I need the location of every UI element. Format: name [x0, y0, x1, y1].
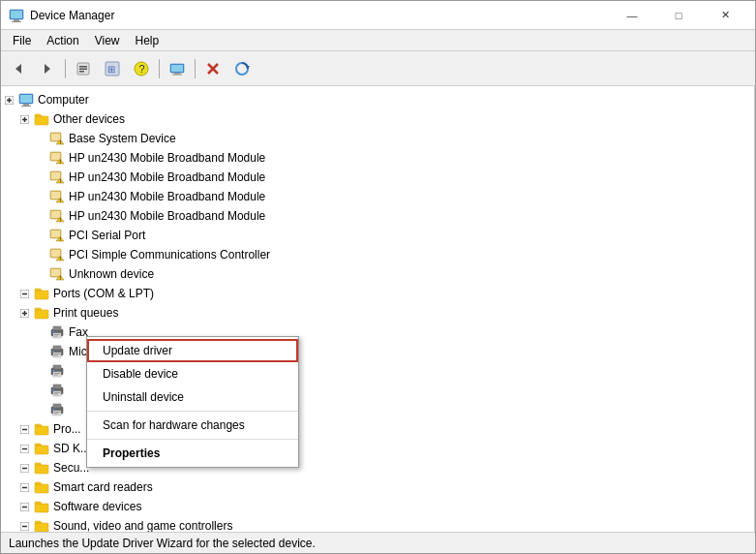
svg-rect-26: [20, 95, 32, 103]
tree-expand-software-devices[interactable]: [16, 499, 32, 514]
tree-item-pci-serial[interactable]: ! PCI Serial Port: [1, 226, 754, 245]
tree-expand-hp2: [32, 169, 47, 185]
tree-expand-printer2: [32, 383, 47, 398]
tree-label-ports: Ports (COM & LPT): [51, 287, 154, 300]
svg-rect-17: [172, 74, 182, 75]
tree-expand-print-queues[interactable]: [16, 305, 32, 321]
tree-expand-smart-card[interactable]: [16, 479, 32, 495]
tree-icon-sec: [34, 460, 49, 476]
tree-expand-sec[interactable]: [16, 460, 32, 476]
tree-icon-hp3: !: [49, 189, 65, 204]
tree-icon-base-system: !: [49, 131, 65, 146]
tree-label-computer: Computer: [36, 93, 89, 107]
tree-item-unknown[interactable]: ! Unknown device: [1, 264, 754, 284]
svg-rect-107: [35, 446, 48, 454]
tree-label-other-devices: Other devices: [51, 112, 125, 126]
menu-file[interactable]: File: [5, 32, 39, 49]
tree-icon-printer3: [49, 402, 65, 417]
ctx-disable-device[interactable]: Disable device: [87, 362, 298, 385]
tree-expand-pro[interactable]: [16, 421, 32, 437]
svg-rect-81: [54, 354, 60, 354]
menu-view[interactable]: View: [87, 32, 128, 49]
tree-expand-sd[interactable]: [16, 441, 32, 456]
tree-item-hp1[interactable]: ! HP un2430 Mobile Broadband Module: [1, 148, 754, 168]
tree-item-hp2[interactable]: ! HP un2430 Mobile Broadband Module: [1, 168, 754, 187]
svg-rect-3: [12, 21, 21, 22]
tree-item-other-devices[interactable]: Other devices: [1, 109, 754, 129]
ctx-update-driver[interactable]: Update driver: [87, 339, 298, 362]
toolbar-sep-1: [65, 59, 66, 78]
toolbar-help[interactable]: ?: [128, 55, 155, 82]
maximize-button[interactable]: □: [656, 1, 701, 30]
ctx-sep-2: [87, 439, 298, 440]
tree-item-pci-simple[interactable]: ! PCI Simple Communications Controller: [1, 245, 754, 264]
tree-label-unknown: Unknown device: [67, 267, 154, 281]
toolbar-properties[interactable]: [70, 55, 97, 82]
context-menu: Update driver Disable device Uninstall d…: [86, 336, 299, 468]
toolbar-forward[interactable]: [34, 55, 61, 82]
tree-item-sound[interactable]: Sound, video and game controllers: [1, 516, 754, 532]
ctx-uninstall-device[interactable]: Uninstall device: [87, 385, 298, 409]
tree-item-smart-card[interactable]: Smart card readers: [1, 477, 754, 497]
svg-rect-79: [53, 346, 61, 350]
ctx-sep-1: [87, 411, 298, 412]
tree-icon-unknown: !: [49, 266, 65, 282]
svg-rect-71: [35, 310, 48, 319]
tree-expand-computer[interactable]: [1, 92, 16, 108]
ctx-scan-hardware[interactable]: Scan for hardware changes: [87, 414, 298, 437]
tree-item-hp4[interactable]: ! HP un2430 Mobile Broadband Module: [1, 206, 754, 226]
svg-rect-27: [23, 104, 29, 106]
menu-help[interactable]: Help: [128, 32, 167, 49]
minimize-button[interactable]: —: [610, 1, 654, 30]
ctx-properties[interactable]: Properties: [87, 442, 298, 465]
toolbar-scan[interactable]: [228, 55, 256, 82]
tree-label-hp1: HP un2430 Mobile Broadband Module: [67, 151, 265, 165]
svg-rect-100: [54, 414, 58, 415]
svg-rect-15: [171, 65, 183, 72]
tree-icon-ms-print: [49, 344, 65, 359]
tree-item-hp3[interactable]: ! HP un2430 Mobile Broadband Module: [1, 187, 754, 206]
tree-icon-hp1: !: [49, 150, 65, 166]
tree-item-base-system[interactable]: ! Base System Device: [1, 129, 754, 148]
status-bar: Launches the Update Driver Wizard for th…: [1, 532, 755, 553]
toolbar: ⊞ ?: [1, 51, 755, 86]
menu-action[interactable]: Action: [39, 32, 86, 49]
svg-rect-82: [54, 355, 58, 356]
svg-rect-88: [54, 375, 58, 376]
tree-label-smart-card: Smart card readers: [51, 480, 153, 494]
tree-label-sd: SD K...: [51, 442, 90, 455]
svg-rect-9: [79, 71, 84, 73]
tree-item-software-devices[interactable]: Software devices: [1, 497, 754, 516]
toolbar-device-mgr[interactable]: [164, 55, 191, 82]
svg-rect-85: [53, 365, 61, 369]
tree-expand-sound[interactable]: [16, 518, 32, 532]
svg-rect-28: [21, 106, 31, 107]
close-button[interactable]: ✕: [703, 1, 747, 30]
svg-rect-101: [52, 409, 54, 411]
tree-expand-ports[interactable]: [16, 286, 32, 301]
tree-item-print-queues[interactable]: Print queues: [1, 303, 754, 323]
toolbar-action[interactable]: ⊞: [99, 55, 126, 82]
tree-icon-smart-card: [34, 479, 49, 495]
svg-rect-1: [11, 11, 22, 18]
toolbar-remove[interactable]: [199, 55, 227, 82]
svg-rect-93: [54, 392, 60, 393]
tree-expand-hp3: [32, 189, 47, 204]
svg-rect-95: [52, 389, 54, 391]
tree-item-ports[interactable]: Ports (COM & LPT): [1, 284, 754, 303]
svg-rect-119: [35, 523, 48, 532]
svg-rect-99: [54, 412, 60, 413]
title-bar: Device Manager — □ ✕: [1, 1, 755, 30]
tree-expand-printer3: [32, 402, 47, 417]
tree-icon-pci-simple: !: [49, 247, 65, 262]
toolbar-back[interactable]: [5, 55, 32, 82]
svg-rect-87: [54, 373, 60, 374]
svg-rect-73: [53, 326, 61, 330]
tree-label-print-queues: Print queues: [51, 306, 118, 320]
tree-label-pci-simple: PCI Simple Communications Controller: [67, 248, 270, 262]
tree-expand-other-devices[interactable]: [16, 111, 32, 127]
svg-marker-4: [15, 64, 21, 74]
tree-icon-print-queues: [34, 305, 49, 321]
tree-item-computer[interactable]: Computer: [1, 90, 754, 109]
toolbar-sep-3: [195, 59, 196, 78]
